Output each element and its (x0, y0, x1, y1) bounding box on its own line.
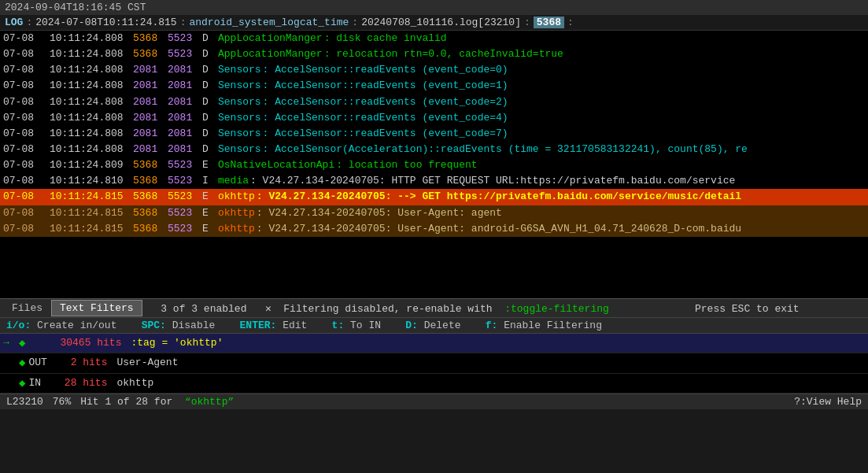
esc-label: Press ESC to exit (695, 303, 800, 315)
search-term: “okhttp” (185, 396, 234, 408)
filter-hits: 28 hits (60, 375, 107, 392)
log-col-tid: 2081 (168, 78, 198, 94)
log-lines-container: 07-08 10:11:24.808 5368 5523 D AppLocati… (0, 31, 868, 298)
filter-list: → ◆ 30465 hits :tag = 'okhttp' ◆ OUT 2 h… (0, 334, 868, 394)
log-col-lvl: D (202, 142, 213, 157)
filter-count: 3 of 3 enabled (161, 303, 246, 315)
log-lineno: 20240708_101116.log[23210] (361, 17, 521, 28)
filter-expr-plain: okhttp (116, 375, 153, 392)
log-col-date: 07-08 (3, 221, 46, 237)
filter-diamond: ◆ (19, 334, 25, 352)
log-col-lvl: D (202, 46, 213, 62)
filter-name: OUT (28, 355, 60, 371)
log-col-time: 10:11:24.810 (50, 173, 128, 189)
log-col-msg: : V24.27.134-20240705: HTTP GET REQUEST … (250, 173, 865, 189)
log-col-date: 07-08 (3, 62, 46, 78)
log-col-tid: 5523 (168, 189, 198, 205)
log-col-date: 07-08 (3, 78, 46, 94)
log-col-msg: : V24.27.134-20240705: --> GET https://p… (257, 189, 865, 205)
log-col-pid: 5368 (133, 31, 163, 46)
status-line: L23210 (6, 396, 43, 408)
log-col-date: 07-08 (3, 189, 46, 205)
log-col-pid: 2081 (133, 142, 163, 157)
filter-arrow: → (3, 335, 19, 352)
status-bar: L23210 76% Hit 1 of 28 for “okhttp” ?:Vi… (0, 394, 868, 409)
log-col-tid: 5523 (168, 31, 198, 46)
filter-hits: 2 hits (60, 355, 107, 371)
log-col-lvl: E (202, 221, 213, 237)
log-line: 07-08 10:11:24.809 5368 5523 E OsNativeL… (0, 157, 868, 173)
log-col-msg: : disk cache invalid (324, 31, 865, 46)
log-col-lvl: D (202, 110, 213, 126)
log-line: 07-08 10:11:24.808 2081 2081 D Sensors :… (0, 94, 868, 110)
log-col-pid: 5368 (133, 205, 163, 221)
log-col-time: 10:11:24.808 (50, 126, 128, 142)
log-label: LOG (5, 17, 23, 28)
log-header: LOG : 2024-07-08T10:11:24.815 : android_… (0, 15, 868, 31)
spc-val: Disable (172, 320, 216, 331)
tab-text-filters[interactable]: Text Filters (51, 300, 142, 316)
log-col-pid: 2081 (133, 110, 163, 126)
log-col-msg: : AccelSensor::readEvents (event_code=1) (263, 78, 865, 94)
log-line: 07-08 10:11:24.808 2081 2081 D Sensors :… (0, 142, 868, 157)
log-line: 07-08 10:11:24.808 2081 2081 D Sensors :… (0, 110, 868, 126)
log-col-msg: : AccelSensor::readEvents (event_code=0) (263, 62, 865, 78)
log-col-time: 10:11:24.808 (50, 142, 128, 157)
filter-name: IN (28, 375, 60, 392)
bottom-bar: Files Text Filters 3 of 3 enabled ✕ Filt… (0, 298, 868, 394)
log-col-lvl: E (202, 157, 213, 173)
f-val: Enable Filtering (504, 320, 602, 331)
tab-files[interactable]: Files (3, 300, 51, 316)
log-line: 07-08 10:11:24.815 5368 5523 E okhttp : … (0, 189, 868, 205)
status-left: L23210 76% Hit 1 of 28 for “okhttp” (6, 396, 234, 408)
log-col-time: 10:11:24.808 (50, 62, 128, 78)
filter-info: 3 of 3 enabled ✕ Filtering disabled, re-… (149, 302, 800, 315)
log-col-tid: 2081 (168, 94, 198, 110)
title-text: 2024-09-04T18:16:45 CST (5, 2, 146, 13)
log-col-pid: 2081 (133, 126, 163, 142)
log-col-lvl: E (202, 189, 213, 205)
log-col-pid: 5368 (133, 221, 163, 237)
d-val: Delete (424, 320, 461, 331)
log-col-time: 10:11:24.808 (50, 46, 128, 62)
spc-key: SPC: (142, 320, 166, 331)
enter-key: ENTER: (240, 320, 277, 331)
log-line: 07-08 10:11:24.815 5368 5523 E okhttp : … (0, 205, 868, 221)
log-col-tag: OsNativeLocationApi (218, 157, 334, 173)
filter-row[interactable]: ◆ OUT 2 hits User-Agent (0, 353, 868, 373)
log-col-tid: 2081 (168, 62, 198, 78)
f-key: f: (486, 320, 498, 331)
toggle-cmd: :toggle-filtering (504, 303, 609, 315)
log-col-tag: Sensors (218, 126, 261, 142)
log-col-tag: Sensors (218, 62, 261, 78)
log-line: 07-08 10:11:24.808 5368 5523 D AppLocati… (0, 46, 868, 62)
log-col-date: 07-08 (3, 205, 46, 221)
log-col-pid: 2081 (133, 62, 163, 78)
log-col-tag: okhttp (218, 221, 255, 237)
log-line: 07-08 10:11:24.815 5368 5523 E okhttp : … (0, 221, 868, 237)
log-col-time: 10:11:24.808 (50, 110, 128, 126)
log-col-tag: Sensors (218, 94, 261, 110)
filter-row[interactable]: → ◆ 30465 hits :tag = 'okhttp' (0, 334, 868, 353)
log-col-tag: okhttp (218, 189, 255, 205)
t-val: To IN (350, 320, 381, 331)
log-col-tid: 5523 (168, 205, 198, 221)
log-col-msg: : location too frequent (336, 157, 865, 173)
filter-row[interactable]: ◆ IN 28 hits okhttp (0, 374, 868, 394)
log-col-time: 10:11:24.815 (50, 205, 128, 221)
log-line: 07-08 10:11:24.808 2081 2081 D Sensors :… (0, 78, 868, 94)
log-col-tid: 2081 (168, 110, 198, 126)
log-col-lvl: E (202, 205, 213, 221)
t-key: t: (332, 320, 345, 331)
log-line: 07-08 10:11:24.808 5368 5523 D AppLocati… (0, 31, 868, 46)
log-line: 07-08 10:11:24.808 2081 2081 D Sensors :… (0, 126, 868, 142)
log-col-tag: Sensors (218, 78, 261, 94)
log-col-date: 07-08 (3, 94, 46, 110)
log-col-pid: 2081 (133, 94, 163, 110)
log-col-msg: : AccelSensor::readEvents (event_code=2) (263, 94, 865, 110)
filter-x: ✕ (265, 303, 271, 315)
log-col-tid: 5523 (168, 221, 198, 237)
log-col-msg: : AccelSensor(Acceleration)::readEvents … (263, 142, 865, 157)
filter-diamond: ◆ (19, 354, 25, 371)
log-col-lvl: D (202, 62, 213, 78)
